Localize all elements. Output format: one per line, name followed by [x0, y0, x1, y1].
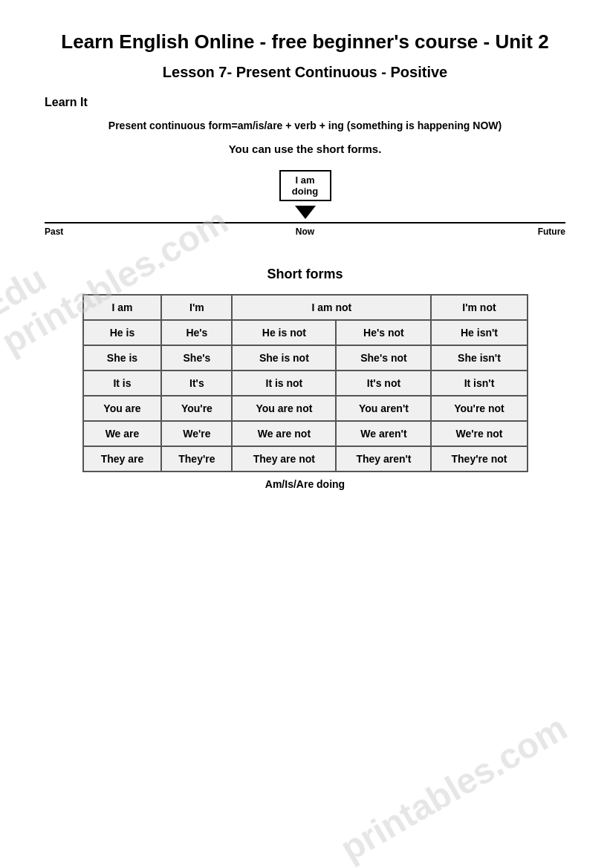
- timeline-arrow: [295, 206, 316, 219]
- timeline-now-label: Now: [296, 226, 314, 237]
- table-cell-r6-c3: They aren't: [336, 446, 431, 471]
- table-cell-r6-c0: They are: [83, 446, 162, 471]
- table-cell-r5-c1: We're: [161, 421, 232, 446]
- table-cell-r2-c2: She is not: [232, 345, 336, 371]
- table-cell-r5-c3: We aren't: [336, 421, 431, 446]
- table-row: I amI'mI am notI'm not: [83, 295, 528, 320]
- short-forms-title: Short forms: [45, 267, 565, 282]
- timeline-diagram: I am doing Past Future Now: [45, 170, 565, 244]
- table-cell-r6-c1: They're: [161, 446, 232, 471]
- watermark-right: printables.com: [334, 707, 574, 868]
- table-cell-r0-c1: I'm: [161, 295, 232, 320]
- table-row: You areYou'reYou are notYou aren'tYou're…: [83, 396, 528, 421]
- short-forms-note: You can use the short forms.: [45, 143, 565, 155]
- table-cell-r3-c1: It's: [161, 371, 232, 396]
- table-cell-r4-c2: You are not: [232, 396, 336, 421]
- lesson-subtitle: Lesson 7- Present Continuous - Positive: [45, 64, 565, 81]
- timeline-line: [45, 222, 565, 223]
- table-cell-r0-c0: I am: [83, 295, 162, 320]
- table-cell-r6-c4: They're not: [431, 446, 527, 471]
- table-row: They areThey'reThey are notThey aren'tTh…: [83, 446, 528, 471]
- table-cell-r2-c0: She is: [83, 345, 162, 371]
- learn-it-label: Learn It: [45, 96, 565, 109]
- timeline-future-label: Future: [538, 226, 565, 237]
- timeline-box: I am doing: [279, 170, 331, 201]
- table-row: We areWe'reWe are notWe aren'tWe're not: [83, 421, 528, 446]
- formula-text: Present continuous form=am/is/are + verb…: [45, 118, 565, 134]
- table-cell-r3-c4: It isn't: [431, 371, 527, 396]
- timeline-past-label: Past: [45, 226, 63, 237]
- table-cell-r4-c3: You aren't: [336, 396, 431, 421]
- main-title: Learn English Online - free beginner's c…: [45, 30, 565, 55]
- table-cell-r5-c4: We're not: [431, 421, 527, 446]
- table-cell-r4-c4: You're not: [431, 396, 527, 421]
- table-cell-r1-c1: He's: [161, 320, 232, 345]
- table-cell-r1-c4: He isn't: [431, 320, 527, 345]
- table-cell-r4-c0: You are: [83, 396, 162, 421]
- table-row: He isHe'sHe is notHe's notHe isn't: [83, 320, 528, 345]
- table-cell-r5-c2: We are not: [232, 421, 336, 446]
- table-cell-r5-c0: We are: [83, 421, 162, 446]
- table-cell-r2-c1: She's: [161, 345, 232, 371]
- table-cell-r1-c0: He is: [83, 320, 162, 345]
- table-cell-r3-c0: It is: [83, 371, 162, 396]
- table-cell-r4-c1: You're: [161, 396, 232, 421]
- table-caption: Am/Is/Are doing: [45, 478, 565, 490]
- table-cell-r6-c2: They are not: [232, 446, 336, 471]
- table-cell-r0-c4: I'm not: [431, 295, 527, 320]
- table-cell-r3-c3: It's not: [336, 371, 431, 396]
- table-cell-r1-c3: He's not: [336, 320, 431, 345]
- table-cell-r0-c2: I am not: [232, 295, 431, 320]
- table-cell-r2-c3: She's not: [336, 345, 431, 371]
- table-row: She isShe'sShe is notShe's notShe isn't: [83, 345, 528, 371]
- table-row: It isIt'sIt is notIt's notIt isn't: [83, 371, 528, 396]
- table-cell-r1-c2: He is not: [232, 320, 336, 345]
- short-forms-table: I amI'mI am notI'm notHe isHe'sHe is not…: [82, 294, 528, 472]
- table-cell-r2-c4: She isn't: [431, 345, 527, 371]
- table-cell-r3-c2: It is not: [232, 371, 336, 396]
